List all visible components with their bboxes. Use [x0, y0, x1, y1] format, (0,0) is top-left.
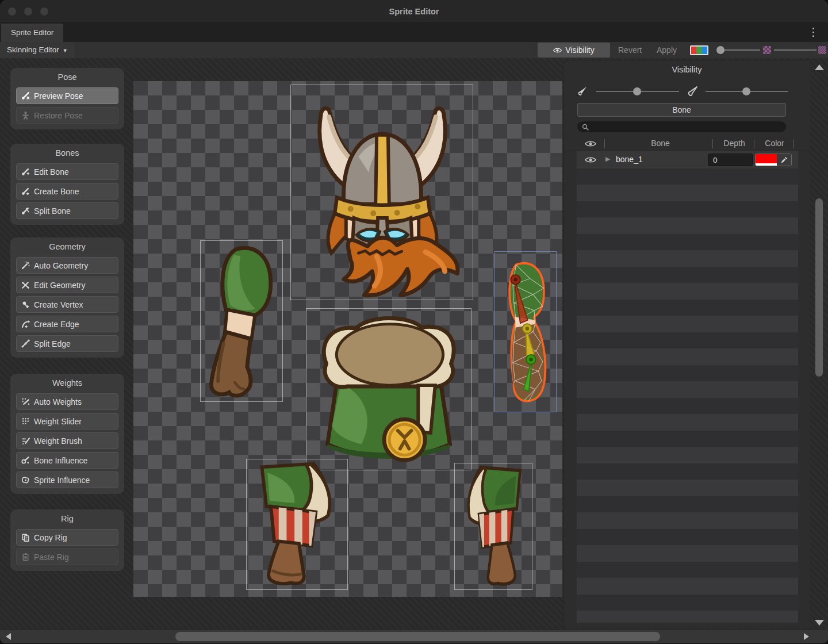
weight-brush-icon [21, 436, 30, 445]
bone-opacity-thumb[interactable] [633, 87, 641, 95]
visibility-column-eye-icon[interactable] [585, 140, 596, 148]
auto-weights-button[interactable]: Auto Weights [16, 393, 118, 410]
pose-panel: Pose Preview Pose Restore Pose [10, 68, 124, 129]
restore-pose-icon [21, 111, 30, 120]
auto-geometry-icon [21, 261, 30, 270]
visibility-toggle-button[interactable]: Visibility [538, 43, 610, 57]
edit-geometry-button[interactable]: Edit Geometry [16, 277, 118, 293]
search-input[interactable] [592, 122, 781, 132]
blue-bar [702, 47, 707, 54]
rgb-alpha-toggle[interactable] [690, 45, 708, 55]
restore-pose-label: Restore Pose [34, 111, 83, 120]
bone-influence-label: Bone Influence [34, 456, 87, 465]
toolbar: Skinning Editor▼ Visibility Revert Apply [0, 42, 828, 58]
restore-pose-button[interactable]: Restore Pose [16, 107, 118, 124]
horizontal-scrollbar-thumb[interactable] [175, 632, 660, 641]
split-bone-label: Split Bone [34, 206, 71, 216]
column-header-bone[interactable]: Bone [610, 139, 711, 148]
preview-pose-button[interactable]: Preview Pose [16, 87, 118, 104]
create-vertex-label: Create Vertex [34, 300, 83, 309]
mip-large-icon [818, 46, 826, 54]
sprite-influence-icon [21, 476, 30, 484]
scroll-left-arrow-icon[interactable] [6, 633, 11, 640]
column-divider [712, 139, 713, 148]
create-bone-button[interactable]: Create Bone [16, 183, 118, 200]
bone-filled-icon [577, 85, 589, 97]
bone-color-swatch[interactable] [756, 154, 777, 166]
weight-brush-button[interactable]: Weight Brush [16, 432, 118, 449]
preview-pose-label: Preview Pose [34, 91, 83, 101]
weight-brush-label: Weight Brush [34, 436, 82, 446]
eyedropper-icon [780, 156, 788, 164]
mode-dropdown[interactable]: Skinning Editor▼ [0, 42, 75, 58]
geometry-title: Geometry [10, 242, 124, 251]
viking-left-leg-sprite [247, 460, 347, 589]
scroll-down-arrow-icon[interactable] [815, 620, 824, 626]
eyedropper-button[interactable] [777, 154, 791, 166]
edit-bone-icon [21, 167, 30, 176]
weights-panel: Weights Auto Weights Weight Slider Weigh… [10, 374, 124, 494]
disclosure-triangle-icon[interactable]: ▶ [605, 155, 610, 163]
search-icon [582, 124, 589, 131]
sprite-influence-button[interactable]: Sprite Influence [16, 471, 118, 488]
chevron-down-icon: ▼ [63, 48, 68, 53]
auto-weights-label: Auto Weights [34, 397, 82, 407]
column-divider [604, 139, 605, 148]
paste-rig-button[interactable]: Paste Rig [16, 549, 118, 565]
bone-list-empty-rows [577, 168, 798, 623]
apply-button[interactable]: Apply [650, 43, 684, 57]
tab-bone[interactable]: Bone [577, 103, 786, 117]
bone-name[interactable]: bone_1 [616, 155, 643, 164]
bone-table-header: Bone Depth Color [564, 137, 810, 151]
revert-button[interactable]: Revert [611, 43, 649, 57]
mesh-opacity-thumb[interactable] [742, 87, 750, 95]
overflow-menu-icon[interactable]: ⋮ [808, 25, 819, 39]
split-bone-button[interactable]: Split Bone [16, 202, 118, 219]
weight-slider-button[interactable]: Weight Slider [16, 413, 118, 430]
auto-geometry-label: Auto Geometry [34, 261, 88, 270]
rig-panel: Rig Copy Rig Paste Rig [10, 509, 124, 571]
copy-rig-label: Copy Rig [34, 533, 67, 542]
copy-rig-icon [21, 533, 30, 542]
bone-color-control[interactable] [755, 154, 792, 166]
viking-right-leg-sprite [455, 464, 531, 589]
bone-influence-button[interactable]: Bone Influence [16, 452, 118, 469]
paste-rig-icon [21, 553, 30, 561]
vertical-scrollbar[interactable] [812, 60, 827, 628]
bone-visibility-eye-icon[interactable] [585, 156, 596, 164]
weights-title: Weights [10, 378, 124, 388]
edit-bone-button[interactable]: Edit Bone [16, 163, 118, 180]
copy-rig-button[interactable]: Copy Rig [16, 529, 118, 546]
visibility-panel: Visibility Bone Bone Depth [564, 60, 810, 628]
red-bar [691, 47, 696, 54]
scroll-up-arrow-icon[interactable] [815, 64, 824, 70]
vertical-scrollbar-thumb[interactable] [815, 198, 823, 377]
bone-row[interactable]: ▶ bone_1 [577, 151, 798, 168]
alpha-bar [756, 163, 777, 166]
column-header-color[interactable]: Color [757, 139, 792, 148]
viking-torso-sprite [307, 309, 470, 469]
edit-geometry-label: Edit Geometry [34, 281, 85, 290]
bone-depth-input[interactable] [708, 154, 753, 166]
mip-slider-track[interactable] [774, 49, 816, 51]
create-edge-button[interactable]: Create Edge [16, 316, 118, 332]
main-area: Pose Preview Pose Restore Pose Bones Edi… [0, 58, 828, 629]
zoom-slider-thumb[interactable] [716, 46, 724, 54]
bones-title: Bones [10, 148, 124, 158]
horizontal-scrollbar[interactable] [0, 629, 828, 643]
titlebar: Sprite Editor [0, 0, 828, 23]
selected-arm-sprite-with-bones[interactable] [498, 255, 555, 409]
bone-outline-icon [687, 85, 700, 97]
sprite-editor-window: Sprite Editor Sprite Editor ⋮ Skinning E… [0, 0, 828, 644]
rig-title: Rig [10, 514, 124, 523]
edit-geometry-icon [21, 281, 30, 289]
bone-search-field[interactable] [577, 121, 786, 132]
scroll-right-arrow-icon[interactable] [804, 633, 809, 640]
split-edge-label: Split Edge [34, 339, 71, 348]
column-header-depth[interactable]: Depth [716, 139, 753, 148]
auto-geometry-button[interactable]: Auto Geometry [16, 257, 118, 274]
split-edge-button[interactable]: Split Edge [16, 335, 118, 352]
create-vertex-button[interactable]: Create Vertex [16, 296, 118, 313]
tab-sprite-editor[interactable]: Sprite Editor [1, 24, 63, 42]
sprite-canvas[interactable] [133, 81, 562, 597]
